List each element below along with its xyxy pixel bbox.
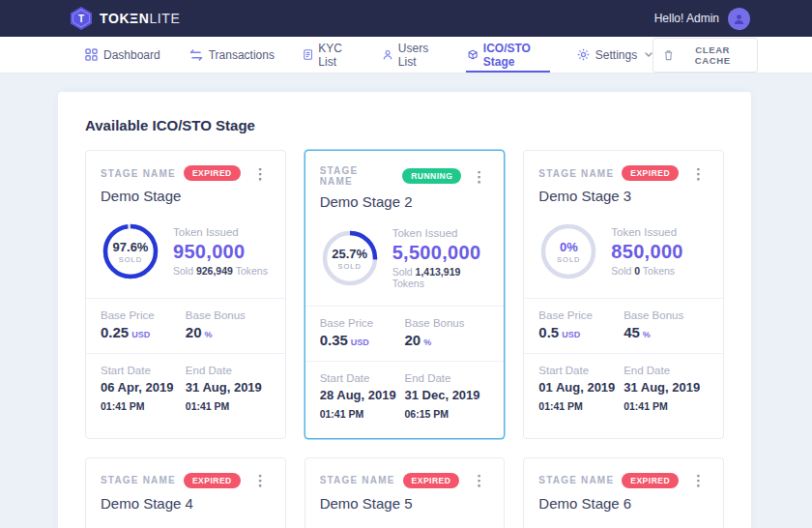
end-time: 01:41 PM [186,400,230,412]
tokenlite-logo-icon: T [70,6,93,31]
users-list-icon [383,48,392,61]
percent-sold-value: 25.7% [332,247,367,261]
settings-gear-icon [577,48,590,61]
logo-text: TOKΞNLITE [100,11,180,26]
base-bonus-label: Base Bonus [186,309,271,321]
base-price-unit: USD [562,330,580,339]
start-time: 01:41 PM [101,400,145,412]
status-badge: EXPIRED [184,165,241,181]
base-price-label: Base Price [101,309,186,321]
stage-card[interactable]: STAGE NAME EXPIRED ⋮ Demo Stage 4 0% [85,457,286,528]
base-bonus-unit: % [423,337,431,347]
start-date-value: 28 Aug, 2019 01:41 PM [320,387,405,424]
stage-card[interactable]: STAGE NAME EXPIRED ⋮ Demo Stage 97.6% [85,150,286,439]
base-price-label: Base Price [538,309,624,321]
sold-amount: 1,413,919 [416,266,461,278]
progress-ring: 97.6% SOLD [101,221,160,281]
sold-word: SOLD [119,255,142,264]
start-date-value: 06 Apr, 2019 01:41 PM [101,379,186,416]
nav-item-label: ICO/STO Stage [483,42,548,69]
nav-item-label: Users List [398,42,439,69]
sold-word: SOLD [337,262,361,271]
kebab-menu-icon[interactable]: ⋮ [469,169,489,184]
token-issued-amount: 850,000 [611,241,682,263]
nav-item-dashboard[interactable]: Dashboard [85,37,160,73]
stage-card[interactable]: STAGE NAME EXPIRED ⋮ Demo Stage 6 0% [523,457,724,528]
tokenlite-logo[interactable]: T TOKΞNLITE [70,6,180,31]
base-bonus-value: 20% [404,332,489,348]
stage-title: Demo Stage 6 [538,495,709,512]
nav-item-transactions[interactable]: Transactions [189,37,275,73]
nav-item-kyc-list[interactable]: KYC List [304,37,354,73]
sold-tokens-line: Sold 1,413,919 Tokens [392,266,490,289]
stage-name-label: STAGE NAME [538,168,614,179]
percent-sold-value: 0% [560,240,578,254]
stage-name-label: STAGE NAME [320,165,395,187]
sold-amount: 0 [634,265,640,277]
stage-title: Demo Stage 4 [101,495,271,512]
kebab-menu-icon[interactable]: ⋮ [688,166,709,181]
svg-text:T: T [78,14,84,24]
user-avatar[interactable] [728,8,750,30]
base-price-unit: USD [351,337,369,347]
stage-name-label: STAGE NAME [101,475,176,485]
stage-name-label: STAGE NAME [320,475,395,485]
person-icon [733,13,745,25]
base-bonus-label: Base Bonus [624,309,709,321]
content-panel: Available ICO/STO Stage STAGE NAME EXPIR… [58,92,751,528]
end-date-label: End Date [186,365,271,376]
token-issued-amount: 5,500,000 [392,242,490,264]
end-date-value: 31 Dec, 2019 06:15 PM [404,387,489,424]
greeting-text: Hello! Admin [654,12,719,25]
stage-title: Demo Stage 5 [320,495,490,512]
stage-card[interactable]: STAGE NAME EXPIRED ⋮ Demo Stage 5 0% [304,457,506,528]
nav-item-label: Settings [595,48,637,62]
status-badge: EXPIRED [622,165,679,181]
base-bonus-value: 45% [624,324,709,340]
nav-item-users-list[interactable]: Users List [383,37,439,73]
start-date-label: Start Date [538,365,624,376]
nav-item-ico-sto-stage[interactable]: ICO/STO Stage [468,37,548,73]
base-price-unit: USD [131,330,150,339]
stage-name-label: STAGE NAME [538,475,614,485]
kebab-menu-icon[interactable]: ⋮ [250,166,271,181]
clear-cache-button[interactable]: CLEAR CACHE [652,38,758,73]
sold-tokens-line: Sold 926,949 Tokens [173,265,268,277]
kyc-list-icon [304,48,312,61]
base-bonus-value: 20% [186,324,271,340]
kebab-menu-icon[interactable]: ⋮ [469,473,489,487]
stage-name-label: STAGE NAME [101,168,176,179]
app-header: T TOKΞNLITE Hello! Admin [0,0,812,37]
page-title: Available ICO/STO Stage [85,117,724,133]
status-badge: RUNNING [402,168,461,184]
chevron-down-icon [645,52,652,57]
progress-ring: 0% SOLD [538,221,598,281]
main-nav: Dashboard Transactions KYC List Users Li… [0,37,812,73]
sold-tokens-line: Sold 0 Tokens [611,265,682,277]
stage-card-grid: STAGE NAME EXPIRED ⋮ Demo Stage 97.6% [85,150,724,528]
status-badge: EXPIRED [622,473,679,488]
end-date-label: End Date [404,372,489,384]
ico-sto-stage-icon [468,48,478,61]
end-date-value: 31 Aug, 2019 01:41 PM [186,379,271,416]
end-date-label: End Date [624,365,709,376]
status-badge: EXPIRED [403,473,460,488]
kebab-menu-icon[interactable]: ⋮ [250,473,271,487]
base-bonus-label: Base Bonus [404,317,489,329]
progress-ring: 25.7% SOLD [320,228,380,288]
end-date-value: 31 Aug, 2019 01:41 PM [624,379,709,416]
stage-card[interactable]: STAGE NAME RUNNING ⋮ Demo Stage 2 25.7% [304,150,506,439]
stage-title: Demo Stage 3 [538,188,709,204]
kebab-menu-icon[interactable]: ⋮ [688,473,709,487]
stage-card[interactable]: STAGE NAME EXPIRED ⋮ Demo Stage 3 0% [523,150,724,439]
stage-title: Demo Stage [101,188,271,204]
base-bonus-unit: % [205,330,213,339]
end-time: 06:15 PM [404,408,449,420]
token-issued-label: Token Issued [173,226,268,238]
nav-item-settings[interactable]: Settings [577,37,652,73]
token-issued-amount: 950,000 [173,241,268,263]
base-price-value: 0.25USD [101,324,186,340]
sold-amount: 926,949 [196,265,233,277]
token-issued-label: Token Issued [611,226,682,238]
status-badge: EXPIRED [184,473,241,488]
